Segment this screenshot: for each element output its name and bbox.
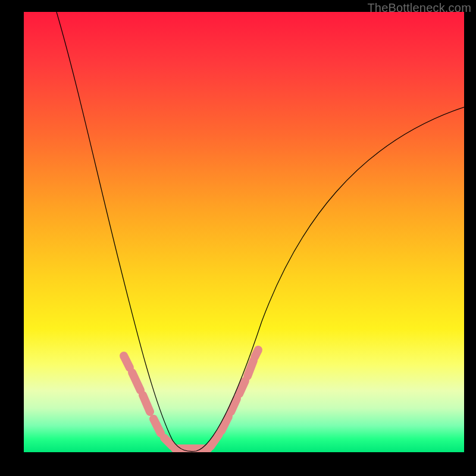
marker-right-2 [221,416,228,431]
v-curve [57,12,464,452]
marker-right-1 [211,434,219,446]
marker-right-6 [255,350,258,357]
marker-right-5 [248,361,253,376]
marker-left-4 [154,419,161,433]
marker-left-3 [143,395,150,412]
curve-svg [24,12,464,452]
marker-left-1 [124,356,130,368]
plot-area [24,12,464,452]
marker-group [124,350,258,449]
marker-left-5 [164,438,173,446]
marker-right-4 [239,381,245,394]
marker-left-2 [132,372,140,390]
chart-stage: TheBottleneck.com [0,0,476,476]
